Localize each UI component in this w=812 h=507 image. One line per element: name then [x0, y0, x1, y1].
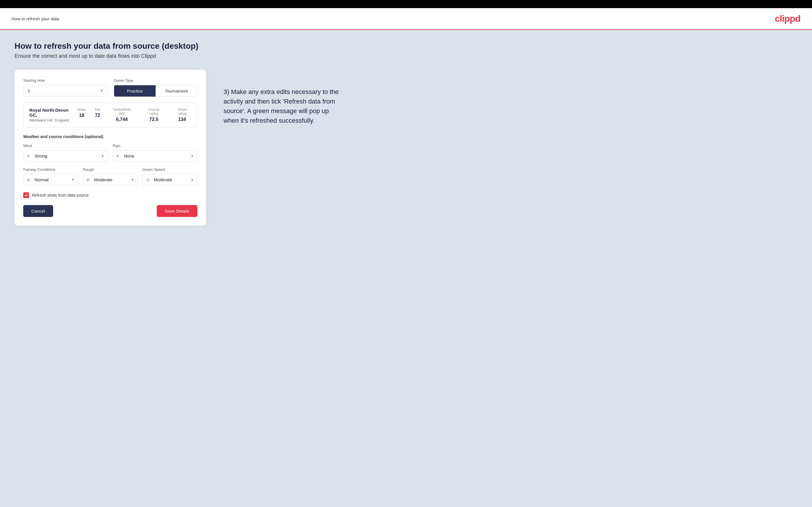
- tournament-button[interactable]: Tournament: [156, 85, 197, 97]
- green-speed-select-wrapper: ◎ Moderate ▼: [143, 174, 197, 185]
- cancel-button[interactable]: Cancel: [23, 205, 53, 217]
- starting-hole-group: Starting Hole 1 ▼: [23, 78, 107, 97]
- slope-rating-value: 134: [173, 117, 191, 122]
- button-row: Cancel Save Details: [23, 205, 197, 217]
- rain-group: Rain ✦ None ▼: [113, 144, 197, 162]
- fairway-select-wrapper: ⚙ Normal ▼: [23, 174, 78, 185]
- content-area: Starting Hole 1 ▼ Game Type Practice Tou…: [14, 70, 798, 226]
- course-rating-stat: Course rating 72.5: [143, 108, 164, 122]
- starting-hole-select[interactable]: 1: [23, 85, 107, 96]
- par-label: Par: [95, 108, 100, 112]
- fairway-rough-green-row: Fairway Conditions ⚙ Normal ▼ Rough ⚙: [23, 167, 197, 185]
- save-button[interactable]: Save Details: [157, 205, 197, 217]
- course-name-block: Royal North Devon GC, Westward Ho!, Engl…: [29, 108, 77, 122]
- course-info-box: Royal North Devon GC, Westward Ho!, Engl…: [23, 103, 197, 127]
- holes-stat: Holes 18: [77, 108, 86, 122]
- rain-select-wrapper: ✦ None ▼: [113, 150, 197, 162]
- wind-label: Wind: [23, 144, 108, 148]
- par-value: 72: [95, 113, 100, 118]
- holes-value: 18: [77, 113, 86, 118]
- green-speed-select[interactable]: Moderate: [143, 174, 197, 185]
- rough-label: Rough: [83, 167, 138, 172]
- green-speed-label: Green Speed: [143, 167, 197, 172]
- slope-rating-label: Slope rating: [173, 108, 191, 116]
- refresh-checkbox[interactable]: [23, 192, 29, 198]
- side-text-block: 3) Make any extra edits necessary to the…: [223, 70, 340, 125]
- yards-stat: Yards/White (M)) 6,744: [109, 108, 135, 122]
- course-stats: Holes 18 Par 72 Yards/White (M)) 6,744: [77, 108, 191, 122]
- rain-select[interactable]: None: [113, 150, 197, 162]
- fairway-group: Fairway Conditions ⚙ Normal ▼: [23, 167, 78, 185]
- wind-select-wrapper: ≋ Strong ▼: [23, 150, 108, 162]
- par-stat: Par 72: [95, 108, 100, 122]
- game-type-label: Game Type: [114, 78, 197, 83]
- game-type-toggle: Practice Tournament: [114, 85, 197, 97]
- yards-value: 6,744: [109, 117, 135, 122]
- wind-select[interactable]: Strong: [23, 150, 108, 162]
- rough-group: Rough ⚙ Moderate ▼: [83, 167, 138, 185]
- clippd-logo: clippd: [775, 13, 800, 24]
- wind-group: Wind ≋ Strong ▼: [23, 144, 108, 162]
- refresh-checkbox-label: Refresh shots from data source: [32, 193, 89, 198]
- top-row: Starting Hole 1 ▼ Game Type Practice Tou…: [23, 78, 197, 97]
- fairway-label: Fairway Conditions: [23, 167, 78, 172]
- holes-label: Holes: [77, 108, 86, 112]
- refresh-checkbox-row: Refresh shots from data source: [23, 192, 197, 198]
- wind-rain-row: Wind ≋ Strong ▼ Rain ✦ None: [23, 144, 197, 162]
- side-text-content: 3) Make any extra edits necessary to the…: [223, 87, 340, 125]
- form-card: Starting Hole 1 ▼ Game Type Practice Tou…: [14, 70, 206, 226]
- yards-label: Yards/White (M)): [109, 108, 135, 116]
- fairway-select[interactable]: Normal: [23, 174, 78, 185]
- page-subtitle: Ensure the correct and most up to date d…: [14, 53, 798, 59]
- course-location: Westward Ho!, England: [29, 118, 77, 122]
- weather-section-title: Weather and course conditions (optional): [23, 134, 197, 139]
- starting-hole-select-wrapper: 1 ▼: [23, 85, 107, 96]
- game-type-group: Game Type Practice Tournament: [114, 78, 197, 97]
- practice-button[interactable]: Practice: [114, 85, 156, 97]
- starting-hole-label: Starting Hole: [23, 78, 107, 83]
- course-rating-label: Course rating: [143, 108, 164, 116]
- page-title: How to refresh your data from source (de…: [14, 42, 798, 51]
- course-info-header: Royal North Devon GC, Westward Ho!, Engl…: [29, 108, 191, 122]
- slope-rating-stat: Slope rating 134: [173, 108, 191, 122]
- rain-label: Rain: [113, 144, 197, 148]
- course-name: Royal North Devon GC,: [29, 108, 77, 117]
- rough-select[interactable]: Moderate: [83, 174, 138, 185]
- breadcrumb: How to refresh your data: [12, 16, 59, 21]
- course-rating-value: 72.5: [143, 117, 164, 122]
- rough-select-wrapper: ⚙ Moderate ▼: [83, 174, 138, 185]
- green-speed-group: Green Speed ◎ Moderate ▼: [143, 167, 197, 185]
